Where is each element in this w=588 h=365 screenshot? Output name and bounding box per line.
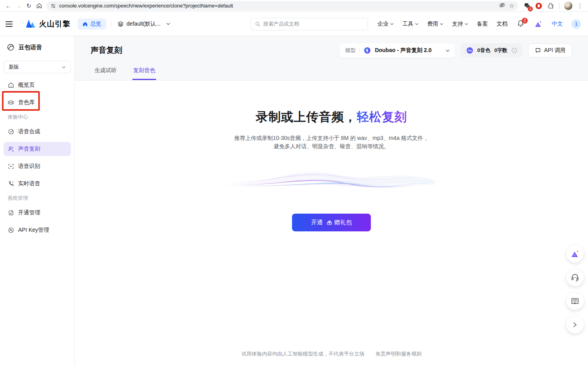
header-search[interactable] xyxy=(251,18,368,30)
sidebar-section-experience: 体验中心 xyxy=(4,113,71,121)
customer-support-button[interactable] xyxy=(566,269,584,286)
nav-enterprise-label: 企业 xyxy=(378,20,389,28)
project-selector[interactable]: default(默认... xyxy=(117,20,170,28)
browser-back-button[interactable]: ← xyxy=(3,1,13,11)
eye-off-icon[interactable] xyxy=(499,2,505,10)
sidebar-item-label: 语音识别 xyxy=(18,163,40,170)
bookmark-star-icon[interactable]: ☆ xyxy=(509,2,514,9)
browser-profile-button[interactable] xyxy=(564,1,573,11)
sidebar-item-label: 音色库 xyxy=(18,99,35,106)
chevron-down-icon xyxy=(166,22,170,25)
nav-billing-label: 费用 xyxy=(427,20,438,28)
browser-home-button[interactable] xyxy=(34,1,44,11)
svg-text:?: ? xyxy=(513,49,515,52)
sidebar: 豆包语音 新版 概览页 音色库 体验中心 语音合成 声音复刻 xyxy=(0,36,75,365)
gift-label-group: 赠礼包 xyxy=(327,219,352,226)
browser-reload-button[interactable]: ↻ xyxy=(24,1,34,11)
tab-generate-audition[interactable]: 生成试听 xyxy=(94,67,117,80)
ai-assistant-button[interactable] xyxy=(566,245,584,263)
overview-button[interactable]: 总览 xyxy=(78,19,106,30)
tts-icon xyxy=(7,128,14,135)
tab-clone-voice[interactable]: 复刻音色 xyxy=(132,67,156,80)
sidebar-item-api-key[interactable]: API Key管理 xyxy=(4,223,71,237)
nav-filing[interactable]: 备案 xyxy=(477,20,488,28)
floating-toolbar xyxy=(566,245,584,333)
toolbar-divider xyxy=(559,3,560,9)
activate-gift-button[interactable]: 开通 赠礼包 xyxy=(292,214,371,231)
home-icon xyxy=(7,82,14,88)
quota-voices: 0音色 xyxy=(477,47,490,54)
model-value: Doubao - 声音复刻 2.0 xyxy=(375,47,432,54)
documentation-button[interactable] xyxy=(566,292,584,310)
hero-desc-line1: 推荐上传或录制10-30s音频，上传支持小于 8M 的 wav、mp3、m4a … xyxy=(75,134,588,142)
voice-clone-icon xyxy=(7,146,14,152)
question-icon: ? xyxy=(512,48,517,53)
address-bar[interactable]: console.volcengine.com/speech/new/experi… xyxy=(47,1,518,11)
model-label: 模型 xyxy=(345,47,355,54)
user-avatar[interactable]: 1 xyxy=(571,19,581,29)
hero-desc-line2: 避免多人对话、明显杂音、噪音、混响等情况。 xyxy=(75,142,588,151)
nav-billing[interactable]: 费用 xyxy=(427,20,443,28)
api-call-button[interactable]: API 调用 xyxy=(528,43,572,58)
puzzle-icon xyxy=(547,2,554,9)
version-selector[interactable]: 新版 xyxy=(4,61,71,73)
browser-avatar xyxy=(564,2,573,10)
project-name: default(默认... xyxy=(127,20,160,28)
quota-wave-icon xyxy=(466,47,473,54)
footer-terms-link[interactable]: 免责声明和服务规则 xyxy=(376,350,422,358)
api-icon xyxy=(535,47,541,54)
sidebar-item-activation[interactable]: 开通管理 xyxy=(4,206,71,220)
product-header: 豆包语音 xyxy=(4,40,71,54)
browser-forward-button[interactable]: → xyxy=(13,1,24,11)
extensions-menu-button[interactable] xyxy=(546,1,555,11)
notification-badge: 2 xyxy=(522,18,528,24)
quota-help-button[interactable]: ? xyxy=(512,48,517,53)
page-title: 声音复刻 xyxy=(91,43,122,56)
footer: 试用体验内容均由人工智能模型生成，不代表平台立场 免责声明和服务规则 xyxy=(75,350,588,358)
extension-area: 1 ⋮ xyxy=(522,1,585,11)
browser-menu-button[interactable]: ⋮ xyxy=(575,1,585,11)
sidebar-item-voice-library[interactable]: 音色库 xyxy=(4,95,71,110)
volcengine-logo[interactable]: 火山引擎 xyxy=(25,19,71,29)
sidebar-item-overview[interactable]: 概览页 xyxy=(4,78,71,92)
hero-title-main: 录制或上传音频， xyxy=(256,110,357,124)
model-selector[interactable]: 模型 Doubao - 声音复刻 2.0 xyxy=(340,43,455,58)
header-nav: 企业 工具 费用 支持 备案 文档 2 xyxy=(378,19,581,29)
sidebar-item-label: 实时语音 xyxy=(18,180,40,187)
nav-enterprise[interactable]: 企业 xyxy=(378,20,394,28)
sidebar-item-voice-clone[interactable]: 声音复刻 xyxy=(4,142,71,156)
chevron-down-icon xyxy=(62,66,66,69)
nav-filing-label: 备案 xyxy=(477,20,488,28)
search-input[interactable] xyxy=(263,21,364,27)
extension-chat-button[interactable]: 1 xyxy=(522,1,532,11)
browser-toolbar: ← → ↻ console.volcengine.com/speech/new/… xyxy=(0,0,588,12)
voice-library-icon xyxy=(7,99,14,106)
nav-tools-label: 工具 xyxy=(402,20,413,28)
sidebar-item-tts[interactable]: 语音合成 xyxy=(4,125,71,139)
main-area: 声音复刻 模型 Doubao - 声音复刻 2.0 0音色 0字数 xyxy=(75,36,588,365)
product-name: 豆包语音 xyxy=(19,44,42,51)
site-settings-icon[interactable] xyxy=(50,3,56,9)
nav-tools[interactable]: 工具 xyxy=(402,20,419,28)
tabs: 生成试听 复刻音色 xyxy=(91,67,572,80)
sidebar-item-realtime[interactable]: 实时语音 xyxy=(4,177,71,191)
api-call-label: API 调用 xyxy=(544,47,566,54)
book-icon xyxy=(571,297,579,305)
divider xyxy=(359,48,360,53)
nav-docs[interactable]: 文档 xyxy=(497,20,508,28)
ai-assistant-header-button[interactable] xyxy=(534,19,543,29)
collapse-toolbar-button[interactable] xyxy=(566,316,584,333)
sidebar-item-label: 语音合成 xyxy=(18,128,40,135)
sidebar-item-label: 开通管理 xyxy=(18,209,40,216)
gift-label: 赠礼包 xyxy=(334,219,352,226)
sidebar-item-asr[interactable]: 语音识别 xyxy=(4,159,71,173)
content-panel: 录制或上传音频，轻松复刻 推荐上传或录制10-30s音频，上传支持小于 8M 的… xyxy=(75,80,588,365)
chevron-down-icon xyxy=(465,23,468,25)
hamburger-menu-button[interactable] xyxy=(6,19,15,29)
extension-adblock-button[interactable] xyxy=(534,1,543,11)
nav-support[interactable]: 支持 xyxy=(452,20,468,28)
ai-mountain-icon xyxy=(570,250,580,258)
language-switcher[interactable]: 中文 xyxy=(552,20,563,28)
notifications-button[interactable]: 2 xyxy=(516,19,525,29)
footer-disclaimer: 试用体验内容均由人工智能模型生成，不代表平台立场 xyxy=(242,350,365,358)
